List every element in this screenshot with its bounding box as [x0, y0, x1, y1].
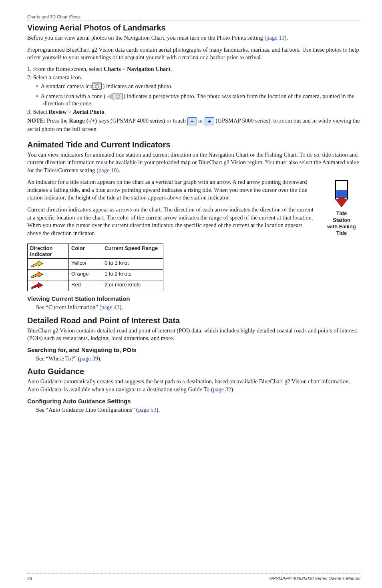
- svg-marker-4: [32, 272, 43, 278]
- arrow-orange-icon: [30, 271, 44, 279]
- cell-range: 1 to 2 knots: [102, 270, 163, 280]
- th-direction: Direction Indicator: [28, 244, 69, 259]
- caption: with Falling: [327, 224, 356, 230]
- camera-cone-icon: [107, 93, 123, 100]
- text: >: [121, 66, 127, 72]
- step-2: 2. Select a camera icon.: [27, 74, 360, 81]
- animated-paragraph-2: An indicator for a tide station appears …: [27, 178, 360, 202]
- auto-guidance-text: Auto Guidance automatically creates and …: [27, 378, 360, 393]
- text: ).: [285, 34, 288, 41]
- note-label: NOTE: [27, 117, 44, 124]
- note-text: NOTE: Press the Range (-/+) keys (GPSMAP…: [27, 117, 360, 133]
- table-row: Orange 1 to 2 knots: [28, 270, 163, 280]
- heading-animated-tide: Animated Tide and Current Indicators: [27, 140, 360, 149]
- text: A camera icon with a cone (: [41, 93, 106, 99]
- heading-detailed-road-poi: Detailed Road and Point of Interest Data: [27, 316, 360, 325]
- heading-viewing-current-station: Viewing Current Station Information: [27, 295, 360, 302]
- tide-station-icon: [333, 180, 350, 208]
- th-color: Color: [69, 244, 102, 259]
- text: See “Auto Guidance Line Configurations” …: [36, 407, 138, 413]
- svg-marker-3: [32, 261, 43, 267]
- text: Before you can view aerial photos on the…: [27, 34, 266, 41]
- text: 1. From the Home screen, select: [27, 66, 104, 72]
- text: ).: [156, 407, 159, 413]
- link-page-10[interactable]: page 10: [99, 167, 117, 173]
- link-page-32[interactable]: page 32: [213, 386, 231, 393]
- heading-aerial-photos: Viewing Aerial Photos of Landmarks: [27, 23, 360, 32]
- link-page-13[interactable]: page 13: [266, 34, 285, 41]
- searching-poi-text: See “Where To?” (page 39).: [36, 355, 360, 363]
- label-aerial-photo: Aerial Photo: [73, 109, 105, 115]
- divider: [27, 573, 94, 574]
- link-page-39[interactable]: page 39: [80, 355, 98, 362]
- text: ).: [231, 386, 234, 393]
- text: You can view indicators for animated tid…: [27, 151, 359, 173]
- text: or: [197, 117, 205, 124]
- animated-paragraph-3: Current direction indicators appear as a…: [27, 206, 360, 237]
- caption: Tide: [336, 210, 347, 216]
- road-paragraph: BlueChart g2 Vision contains detailed ro…: [27, 327, 360, 342]
- text: .: [105, 109, 106, 115]
- cell-color: Red: [69, 280, 102, 291]
- manual-title: GPSMAP® 4000/5000 Series Owner’s Manual: [269, 576, 360, 581]
- running-header: Charts and 3D Chart Views: [27, 14, 360, 19]
- label-range-keys: Range (-/+): [69, 117, 97, 124]
- text: ).: [98, 355, 101, 362]
- text: ) indicates an overhead photo.: [103, 83, 172, 89]
- text: A standard camera icon (: [41, 83, 99, 89]
- svg-marker-5: [32, 282, 43, 289]
- link-page-53[interactable]: page 53: [138, 407, 157, 413]
- text: Auto Guidance automatically creates and …: [27, 378, 350, 393]
- cell-color: Yellow: [69, 259, 102, 270]
- aerial-paragraph-1: Before you can view aerial photos on the…: [27, 34, 360, 42]
- arrow-red-icon: [30, 282, 44, 290]
- divider: [27, 20, 360, 20]
- bullet-cone-camera: • A camera icon with a cone () indicates…: [36, 93, 360, 107]
- text: ).: [117, 167, 120, 173]
- step-3: 3. Select Review > Aerial Photo.: [27, 109, 360, 115]
- animated-paragraph-1: You can view indicators for animated tid…: [27, 151, 360, 175]
- plus-button-icon: +: [205, 117, 214, 125]
- page-number: 26: [27, 576, 32, 581]
- page-footer: 26 GPSMAP® 4000/5000 Series Owner’s Manu…: [0, 573, 382, 581]
- direction-indicator-table: Direction Indicator Color Current Speed …: [27, 244, 163, 291]
- minus-button-icon: −: [187, 117, 197, 125]
- camera-standard-icon: [99, 83, 102, 91]
- link-page-43[interactable]: page 43: [101, 304, 120, 310]
- text: ).: [120, 304, 123, 310]
- configuring-auto-guidance-text: See “Auto Guidance Line Configurations” …: [36, 406, 360, 414]
- text: See “Where To?” (: [36, 355, 80, 362]
- cell-color: Orange: [69, 270, 102, 280]
- table-row: Red 2 or more knots: [28, 280, 163, 291]
- heading-auto-guidance: Auto Guidance: [27, 366, 360, 376]
- text: See “Current Information” (: [36, 304, 101, 310]
- caption: Tide: [336, 230, 347, 236]
- heading-searching-poi: Searching for, and Navigating to, POIs: [27, 346, 360, 353]
- text: : Press the: [44, 117, 69, 124]
- tide-station-figure: Tide Station with Falling Tide: [323, 180, 360, 236]
- divider: [94, 573, 360, 574]
- th-range: Current Speed Range: [102, 244, 163, 259]
- label-review: Review: [49, 109, 67, 115]
- text: >: [67, 109, 73, 115]
- caption: Station: [333, 217, 350, 223]
- bullet-standard-camera: • A standard camera icon () indicates an…: [36, 83, 360, 91]
- table-row: Yellow 0 to 1 knot: [28, 259, 163, 270]
- step-1: 1. From the Home screen, select Charts >…: [27, 66, 360, 72]
- viewing-current-station-text: See “Current Information” (page 43).: [36, 304, 360, 312]
- arrow-yellow-icon: [30, 260, 44, 268]
- heading-configuring-auto-guidance: Configuring Auto Guidance Settings: [27, 398, 360, 405]
- text: keys (GPSMAP 4000 series) or touch: [97, 117, 187, 124]
- text: 3. Select: [27, 109, 49, 115]
- aerial-paragraph-2: Preprogrammed BlueChart g2 Vision data c…: [27, 46, 360, 62]
- cell-range: 0 to 1 knot: [102, 259, 163, 270]
- label-charts: Charts: [104, 66, 121, 72]
- label-navigation-chart: Navigation Chart: [127, 66, 170, 72]
- text: .: [170, 66, 172, 72]
- svg-rect-1: [336, 190, 347, 198]
- cell-range: 2 or more knots: [102, 280, 163, 291]
